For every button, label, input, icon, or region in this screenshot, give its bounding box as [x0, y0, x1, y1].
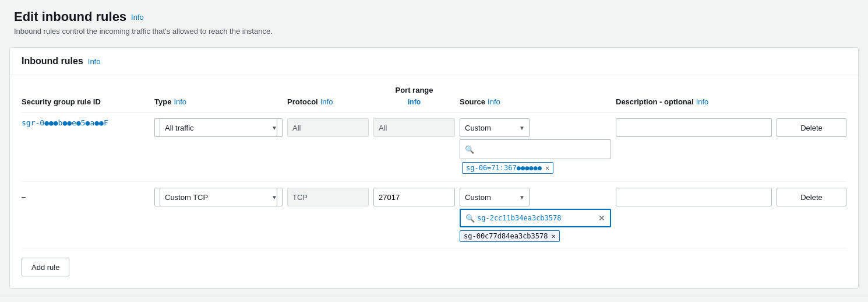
col-protocol-info[interactable]: Info [320, 97, 333, 106]
card-header: Inbound rules Info [10, 48, 858, 75]
cell-action-1[interactable]: Delete [777, 118, 846, 137]
cell-action-2[interactable]: Delete [777, 188, 846, 206]
remove-tag-icon-1[interactable]: ✕ [545, 164, 549, 171]
cell-type-1[interactable]: All traffic ▼ [154, 118, 283, 137]
col-desc-info[interactable]: Info [696, 97, 709, 106]
cell-source-2[interactable]: Custom ▼ 🔍 ✕ sg-00c77 [460, 188, 611, 242]
remove-tag-icon-2[interactable]: ✕ [552, 232, 556, 240]
source-search-box-2[interactable]: 🔍 ✕ [460, 209, 611, 227]
page-title-info-link[interactable]: Info [131, 13, 144, 22]
col-type-info[interactable]: Info [174, 97, 186, 106]
col-type: Type Info [154, 97, 283, 106]
col-port-range: Port range Info [373, 86, 455, 106]
cell-protocol-2: TCP [287, 188, 369, 206]
port-input-2[interactable] [373, 188, 455, 206]
cell-port-1: All [373, 118, 455, 137]
page-title-text: Edit inbound rules [14, 9, 126, 24]
page-title: Edit inbound rules Info [14, 9, 854, 24]
source-select-1[interactable]: Custom [460, 118, 530, 137]
delete-button-1[interactable]: Delete [777, 118, 846, 137]
cell-desc-1[interactable] [616, 118, 772, 137]
type-select-1[interactable]: All traffic [160, 118, 277, 137]
protocol-display-2: TCP [287, 188, 369, 206]
source-tag-2: sg-00c77d84ea3cb3578 ✕ [460, 230, 560, 242]
cell-rule-id-2: – [22, 188, 150, 201]
table-row: – Custom TCP ▼ TCP [22, 182, 846, 248]
source-search-container-1[interactable]: 🔍 [460, 139, 611, 159]
add-rule-button[interactable]: Add rule [22, 258, 69, 276]
table-header: Security group rule ID Type Info Protoco… [22, 80, 846, 113]
source-dropdown-2[interactable]: Custom ▼ [460, 188, 611, 206]
source-select-wrapper-1[interactable]: Custom ▼ [460, 118, 530, 137]
source-tag-1: sg-06=71:367●●●●●● ✕ [462, 162, 553, 174]
port-display-1: All [373, 118, 455, 137]
col-source-info[interactable]: Info [488, 97, 500, 106]
source-select-2[interactable]: Custom [460, 188, 530, 206]
table-wrapper: Security group rule ID Type Info Protoco… [10, 80, 858, 248]
page-header: Edit inbound rules Info Inbound rules co… [0, 0, 868, 40]
source-select-wrapper-2[interactable]: Custom ▼ [460, 188, 530, 206]
page-subtitle: Inbound rules control the incoming traff… [14, 27, 854, 36]
source-tag-container-2: sg-00c77d84ea3cb3578 ✕ [460, 229, 611, 242]
delete-button-2[interactable]: Delete [777, 188, 846, 206]
card-title: Inbound rules [22, 56, 83, 66]
search-icon-1: 🔍 [465, 145, 474, 154]
rule-id-dash-2: – [22, 188, 150, 201]
source-tag-container-1: sg-06=71:367●●●●●● ✕ [460, 160, 611, 175]
table-row: sgr-0●●●b●●e●5●a●●F All traffic ▼ All Al… [22, 113, 846, 182]
source-dropdown-1[interactable]: Custom ▼ [460, 118, 611, 137]
add-rule-section: Add rule [10, 248, 858, 288]
description-input-2[interactable] [616, 188, 772, 206]
clear-search-icon-2[interactable]: ✕ [598, 213, 605, 223]
type-select-wrapper-2[interactable]: Custom TCP ▼ [154, 188, 283, 206]
type-select-wrapper-1[interactable]: All traffic ▼ [154, 118, 283, 137]
cell-desc-2[interactable] [616, 188, 772, 206]
source-search-input-2[interactable] [477, 214, 596, 222]
type-select-2[interactable]: Custom TCP [160, 188, 277, 206]
main-card: Inbound rules Info Security group rule I… [9, 47, 859, 289]
card-info-link[interactable]: Info [88, 57, 101, 66]
col-description: Description - optional Info [616, 97, 772, 106]
source-search-area-2[interactable]: 🔍 ✕ sg-00c77d84ea3cb3578 ✕ [460, 209, 611, 242]
search-icon-2: 🔍 [465, 214, 475, 223]
rule-id-text-1: sgr-0●●●b●●e●5●a●●F [22, 118, 150, 127]
cell-rule-id-1: sgr-0●●●b●●e●5●a●●F [22, 118, 150, 127]
cell-source-1[interactable]: Custom ▼ 🔍 sg-06=71:367●●●●●● [460, 118, 611, 175]
col-port-info[interactable]: Info [408, 98, 421, 106]
cell-type-2[interactable]: Custom TCP ▼ [154, 188, 283, 206]
description-input-1[interactable] [616, 118, 772, 137]
col-protocol: Protocol Info [287, 97, 369, 106]
cell-protocol-1: All [287, 118, 369, 137]
col-source: Source Info [460, 97, 611, 106]
source-search-input-1[interactable] [477, 145, 606, 154]
protocol-display-1: All [287, 118, 369, 137]
cell-port-2[interactable] [373, 188, 455, 206]
col-rule-id: Security group rule ID [22, 97, 150, 106]
footer: Cancel Preview changes Save rules [0, 296, 868, 302]
